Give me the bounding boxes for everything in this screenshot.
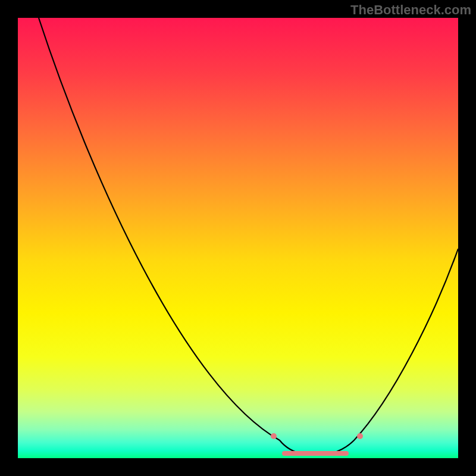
curve-highlight-band (282, 451, 349, 456)
heatmap-gradient-background (18, 18, 458, 458)
watermark-text: TheBottleneck.com (350, 2, 471, 18)
curve-highlight-end-dot (357, 433, 363, 439)
curve-highlight-start-dot (271, 433, 277, 439)
chart-plot-area (18, 18, 458, 458)
svg-rect-0 (18, 18, 458, 458)
